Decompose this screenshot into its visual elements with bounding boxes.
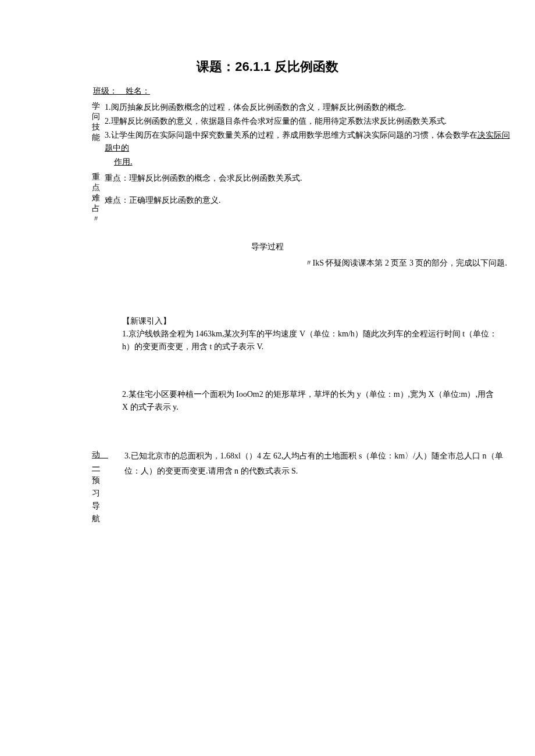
skills-item-1: 1.阅历抽象反比例函数概念的过程，体会反比例函数的含义，理解反比例函数的概念. bbox=[105, 101, 512, 114]
skills-row: 学 问 技 能 1.阅历抽象反比例函数概念的过程，体会反比例函数的含义，理解反比… bbox=[23, 101, 512, 170]
focus-label-char-5: 〃 bbox=[92, 214, 100, 224]
skills-body: 1.阅历抽象反比例函数概念的过程，体会反比例函数的含义，理解反比例函数的概念. … bbox=[105, 101, 512, 170]
focus-label-char-3: 难 bbox=[92, 193, 100, 203]
skills-label-char-1: 学 bbox=[92, 101, 100, 112]
skills-item-2: 2.理解反比例函数的意义，依据题目条件会求对应量的值，能用待定系数法求反比例函数… bbox=[105, 115, 512, 128]
question-2: 2.某住宅小区要种植一个面积为 IooOm2 的矩形草坪，草坪的长为 y（单位：… bbox=[122, 388, 500, 414]
question-3: 3.已知北京市的总面积为，1.68xl（）4 左 62,人均占有的土地面积 s（… bbox=[124, 449, 512, 479]
lesson-title: 课题：26.1.1 反比例函数 bbox=[23, 58, 512, 76]
intro-block: 【新课引入】 1.京沪线铁路全程为 1463km,某次列车的平均速度 V（单位：… bbox=[122, 315, 500, 414]
question-1: 1.京沪线铁路全程为 1463km,某次列车的平均速度 V（单位：km/h）随此… bbox=[122, 328, 500, 353]
skills-label-char-2: 问 bbox=[92, 112, 100, 122]
skills-item-3: 3.让学生阅历在实际问题中探究数量关系的过程，养成用数学思维方式解决实际问题的习… bbox=[105, 129, 512, 155]
focus-label: 重 点 难 占 〃 bbox=[92, 172, 100, 224]
skills-label-char-4: 能 bbox=[92, 132, 100, 143]
nav-label-line-2: 预 习 bbox=[92, 474, 115, 500]
focus-label-char-2: 点 bbox=[92, 182, 100, 193]
skills-label: 学 问 技 能 bbox=[92, 101, 100, 143]
skills-label-char-3: 技 bbox=[92, 122, 100, 132]
focus-row: 重 点 难 占 〃 重点：理解反比例函数的概念，会求反比例函数关系式. 难点：正… bbox=[23, 172, 512, 224]
focus-body: 重点：理解反比例函数的概念，会求反比例函数关系式. 难点：正确理解反比函数的意义… bbox=[105, 172, 512, 208]
focus-label-char-4: 占 bbox=[92, 203, 100, 214]
skills-item-4: 作用. bbox=[114, 156, 512, 169]
nav-label: 动 一 预 习 导 航 bbox=[92, 449, 115, 525]
nav-label-line-1: 动 一 bbox=[92, 449, 115, 474]
focus-label-char-1: 重 bbox=[92, 172, 100, 182]
class-name-line: 班级： 姓名： bbox=[93, 86, 512, 96]
nav-row: 动 一 预 习 导 航 3.已知北京市的总面积为，1.68xl（）4 左 62,… bbox=[23, 449, 512, 525]
intro-heading: 【新课引入】 bbox=[122, 315, 500, 328]
guide-process-heading: 导学过程 bbox=[23, 242, 512, 252]
skills-item-3-text: 3.让学生阅历在实际问题中探究数量关系的过程，养成用数学思维方式解决实际问题的习… bbox=[105, 131, 477, 139]
focus-difficult-point: 难点：正确理解反比函数的意义. bbox=[105, 194, 512, 207]
nav-label-line-3: 导 航 bbox=[92, 500, 115, 525]
spacer bbox=[105, 186, 512, 194]
page: 课题：26.1.1 反比例函数 班级： 姓名： 学 问 技 能 1.阅历抽象反比… bbox=[0, 0, 535, 560]
focus-key-point: 重点：理解反比例函数的概念，会求反比例函数关系式. bbox=[105, 172, 512, 185]
pre-read-instruction: 〃IkS 怀疑阅读课本第 2 页至 3 页的部分，完成以下问题. bbox=[23, 258, 512, 268]
